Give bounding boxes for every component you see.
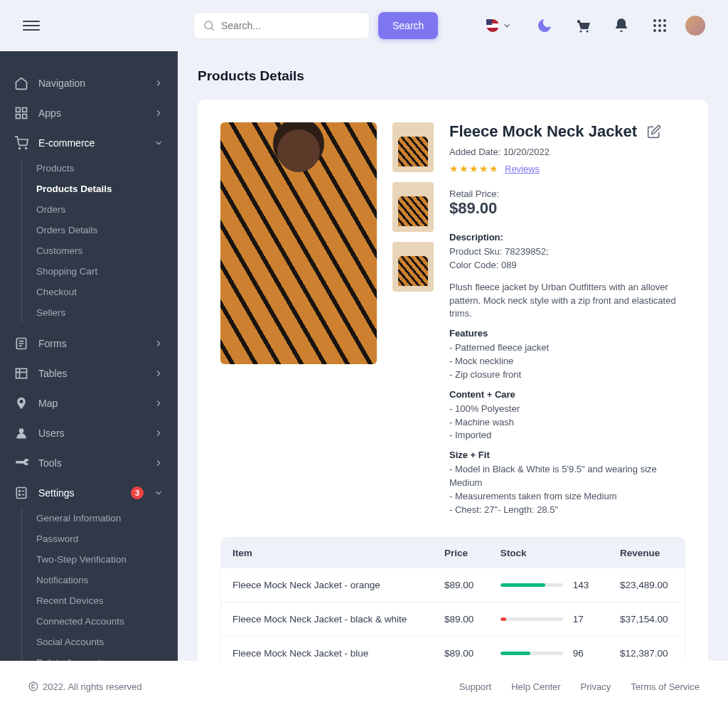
- copyright-text: 2022. All rights reserved: [43, 681, 141, 692]
- sidebar-item-map[interactable]: Map: [0, 388, 178, 418]
- table-row: Fleece Mock Neck Jacket - black & white …: [221, 602, 685, 636]
- table-row: Fleece Mock Neck Jacket - blue $89.00 96…: [221, 636, 685, 661]
- cell-revenue: $23,489.00: [609, 568, 685, 602]
- subnav-recent-devices[interactable]: Recent Devices: [22, 590, 178, 611]
- wrench-icon: [14, 456, 28, 470]
- search-input[interactable]: [221, 20, 369, 31]
- reviews-link[interactable]: Reviews: [505, 164, 540, 174]
- product-price: $89.00: [449, 199, 685, 218]
- sidebar-item-tools[interactable]: Tools: [0, 448, 178, 478]
- product-main-image[interactable]: [220, 122, 377, 364]
- subnav-shopping-cart[interactable]: Shopping Cart: [22, 261, 178, 282]
- form-icon: [14, 336, 28, 351]
- cell-price: $89.00: [433, 568, 489, 602]
- subnav-notifications[interactable]: Notifications: [22, 570, 178, 590]
- user-avatar[interactable]: [685, 16, 705, 36]
- features-heading: Features: [449, 328, 685, 339]
- footer-link-support[interactable]: Support: [459, 681, 492, 692]
- added-date: Added Date: 10/20/2022: [449, 147, 685, 157]
- footer-link-tos[interactable]: Terms of Service: [631, 681, 700, 692]
- sidebar: Navigation Apps E-commerce Products Prod…: [0, 51, 178, 661]
- subnav-orders[interactable]: Orders: [22, 199, 178, 220]
- map-pin-icon: [14, 396, 28, 410]
- cell-stock: 17: [489, 602, 609, 636]
- sidebar-label: Apps: [38, 107, 144, 119]
- footer-link-help[interactable]: Help Center: [511, 681, 560, 692]
- subnav-connected-accounts[interactable]: Connected Accounts: [22, 611, 178, 632]
- page-title: Products Details: [198, 68, 708, 84]
- subnav-sellers[interactable]: Sellers: [22, 302, 178, 323]
- sidebar-item-users[interactable]: Users: [0, 418, 178, 448]
- sidebar-label: Tables: [38, 368, 144, 379]
- menu-toggle-icon[interactable]: [23, 17, 40, 34]
- feature-line: - Patterned fleece jacket: [449, 341, 685, 355]
- chevron-right-icon: [154, 458, 164, 468]
- svg-point-10: [658, 29, 661, 32]
- chevron-right-icon: [154, 368, 164, 378]
- product-thumb-3[interactable]: [392, 242, 434, 292]
- svg-rect-12: [16, 108, 21, 112]
- bell-icon[interactable]: [613, 17, 630, 34]
- chevron-right-icon: [154, 108, 164, 118]
- sidebar-label: Forms: [38, 338, 144, 349]
- table-icon: [14, 366, 28, 381]
- table-row: Fleece Mock Neck Jacket - orange $89.00 …: [221, 568, 685, 602]
- col-stock: Stock: [489, 538, 609, 568]
- content-area: Products Details Fleece Mock Neck Jacket…: [178, 51, 728, 661]
- col-item: Item: [221, 538, 433, 568]
- cell-stock: 143: [489, 568, 609, 602]
- language-selector[interactable]: [486, 19, 512, 32]
- subnav-two-step[interactable]: Two-Step Verification: [22, 549, 178, 570]
- cell-revenue: $37,154.00: [609, 602, 685, 636]
- product-thumb-1[interactable]: [392, 122, 434, 172]
- settings-badge: 3: [131, 487, 144, 499]
- care-heading: Content + Care: [449, 389, 685, 400]
- subnav-products-details[interactable]: Products Details: [22, 179, 178, 199]
- moon-icon[interactable]: [536, 17, 553, 34]
- settings-icon: [14, 486, 28, 500]
- sku-line: Product Sku: 78239852;: [449, 245, 685, 259]
- footer-link-privacy[interactable]: Privacy: [581, 681, 611, 692]
- product-info: Fleece Mock Neck Jacket Added Date: 10/2…: [449, 122, 685, 517]
- edit-icon[interactable]: [647, 124, 661, 139]
- product-thumb-2[interactable]: [392, 182, 434, 232]
- sidebar-item-navigation[interactable]: Navigation: [0, 68, 178, 98]
- feature-line: - Mock neckline: [449, 355, 685, 368]
- star-rating: ★★★★★: [449, 163, 499, 174]
- chevron-up-icon: [154, 138, 164, 148]
- sidebar-item-settings[interactable]: Settings 3: [0, 478, 178, 508]
- svg-point-20: [19, 428, 24, 433]
- chevron-right-icon: [154, 339, 164, 349]
- subnav-delete-account[interactable]: Delete Account: [22, 652, 178, 661]
- search-input-wrap: [193, 12, 370, 39]
- subnav-social-accounts[interactable]: Social Accounts: [22, 632, 178, 652]
- sidebar-label: Tools: [38, 457, 144, 469]
- svg-point-0: [205, 21, 213, 29]
- subnav-checkout[interactable]: Checkout: [22, 282, 178, 302]
- cart-icon[interactable]: [574, 17, 592, 34]
- svg-rect-21: [16, 488, 26, 499]
- topbar: Search: [0, 0, 728, 51]
- feature-line: - Zip closure front: [449, 368, 685, 382]
- svg-point-24: [29, 682, 38, 691]
- subnav-password[interactable]: Password: [22, 528, 178, 549]
- subnav-customers[interactable]: Customers: [22, 240, 178, 261]
- size-line: - Measurements taken from size Medium: [449, 490, 685, 504]
- sidebar-label: E-commerce: [38, 137, 144, 149]
- description-label: Description:: [449, 232, 685, 243]
- retail-price-label: Retail Price:: [449, 188, 685, 199]
- inventory-table: Item Price Stock Revenue Fleece Mock Nec…: [220, 537, 685, 661]
- search-button[interactable]: Search: [378, 12, 438, 39]
- subnav-products[interactable]: Products: [22, 158, 178, 179]
- subnav-general-info[interactable]: General Information: [22, 508, 178, 528]
- subnav-orders-details[interactable]: Orders Details: [22, 220, 178, 240]
- sidebar-item-apps[interactable]: Apps: [0, 98, 178, 128]
- svg-point-22: [19, 491, 21, 492]
- sidebar-item-tables[interactable]: Tables: [0, 358, 178, 388]
- sidebar-item-forms[interactable]: Forms: [0, 329, 178, 358]
- svg-point-9: [653, 29, 656, 32]
- footer-links: Support Help Center Privacy Terms of Ser…: [459, 681, 700, 692]
- sidebar-item-ecommerce[interactable]: E-commerce: [0, 128, 178, 158]
- svg-point-7: [658, 24, 661, 27]
- apps-grid-icon[interactable]: [651, 17, 668, 34]
